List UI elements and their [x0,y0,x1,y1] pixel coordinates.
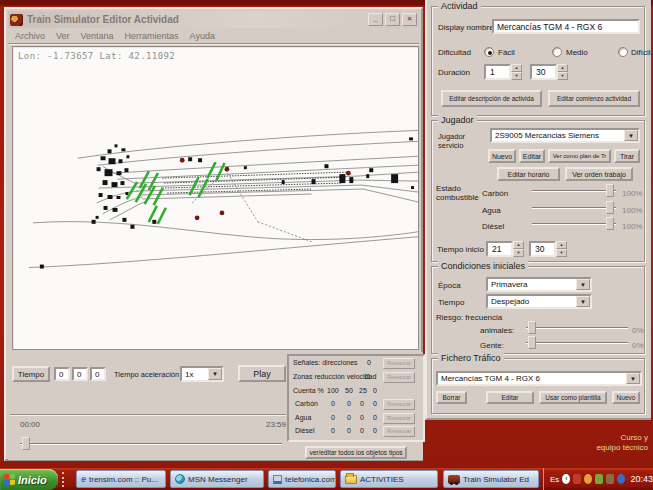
maximize-icon[interactable]: □ [385,13,400,26]
home-network-icon[interactable] [606,474,614,484]
start-hour-spinner[interactable]: 21 ▲▼ [486,241,524,257]
time-seconds-field[interactable]: 0 [90,367,106,381]
people-slider-thumb[interactable] [528,336,536,349]
duration-hours-spinner[interactable]: 1 ▲▼ [484,64,522,80]
coal-slider[interactable] [532,184,616,198]
traffic-new-button[interactable]: Nuevo [612,391,640,404]
diesel-v3: 0 [360,427,364,434]
menu-ventana[interactable]: Ventana [81,31,114,41]
timeline-track[interactable] [20,443,282,445]
antivirus-tray-icon[interactable] [573,474,581,484]
diesel-v1: 0 [331,427,335,434]
edit-description-button[interactable]: Editar descripción de activida [441,90,542,107]
timeline-slider[interactable] [20,437,282,451]
close-icon[interactable]: × [402,13,417,26]
service-view-plan-button[interactable]: Ver como plan de Tr [548,149,611,163]
time-minutes-field[interactable]: 0 [72,367,88,381]
diesel-slider[interactable] [532,217,616,231]
chevron-down-icon[interactable]: ▼ [208,368,222,380]
service-edit-button[interactable]: Editar [519,149,545,163]
route-map-canvas[interactable] [13,47,418,349]
weather-dropdown[interactable]: Despejado ▼ [486,294,592,309]
coal-slider-thumb[interactable] [606,184,614,197]
duration-label: Duración [438,68,470,77]
restore-diesel-button[interactable]: Restaurar [383,426,415,437]
activity-group-title: Actividad [438,1,481,11]
network-tray-icon[interactable] [617,474,625,484]
traffic-template-button[interactable]: Usar como plantilla [539,391,607,404]
restore-speedzones-button[interactable]: Restaurar [383,372,415,383]
taskbar: Inicio e trensim.com :: Pu... MSN Messen… [0,468,653,490]
spin-down-icon[interactable]: ▼ [556,249,567,257]
view-workorder-button[interactable]: Ver orden trabajo [565,167,633,181]
traffic-delete-button[interactable]: Borrar [436,391,467,404]
spin-up-icon[interactable]: ▲ [513,241,524,249]
diesel-slider-thumb[interactable] [606,217,614,230]
window-titlebar[interactable]: Train Simulator Editor Actividad _ □ × [8,11,419,28]
season-dropdown[interactable]: Primavera ▼ [486,277,592,292]
route-map-view[interactable]: Lon: -1.73657 Lat: 42.11092 [12,46,419,350]
display-name-field[interactable]: Mercancías TGM 4 - RGX 6 [492,19,640,34]
water-slider-thumb[interactable] [606,201,614,214]
start-minute-spinner[interactable]: 30 ▲▼ [529,241,567,257]
restore-coal-button[interactable]: Restaurar [383,399,415,410]
menu-herramientas[interactable]: Herramientas [125,31,179,41]
play-button[interactable]: Play [238,365,286,382]
minimize-icon[interactable]: _ [368,13,383,26]
task-activities-folder[interactable]: ACTIVITIES [340,470,438,488]
task-msn-messenger[interactable]: MSN Messenger [170,470,264,488]
menu-ver[interactable]: Ver [56,31,70,41]
radio-facil[interactable] [484,47,494,57]
messenger-status-icon[interactable] [584,474,592,484]
chevron-down-icon[interactable]: ▼ [576,279,590,290]
service-remove-button[interactable]: Tirar [614,149,640,163]
start-button[interactable]: Inicio [0,469,58,490]
diesel-percent: 100% [622,222,642,231]
restore-water-button[interactable]: Restaurar [383,413,415,424]
spin-up-icon[interactable]: ▲ [557,64,568,72]
task-train-simulator[interactable]: Train Simulator Ed [443,470,539,488]
tiempo-button[interactable]: Tiempo [12,366,50,382]
spin-up-icon[interactable]: ▲ [511,64,522,72]
animals-slider[interactable] [526,321,628,335]
timeline-thumb[interactable] [22,437,30,450]
credit-line-1: Curso y [586,433,648,443]
user-status-icon[interactable] [595,474,603,484]
collapse-chevron-icon[interactable]: ‹ [562,474,570,484]
task-telefonica[interactable]: telefonica.com [268,470,336,488]
view-edit-objects-button[interactable]: ver/editar todos los objetos tipos [305,446,407,459]
spin-down-icon[interactable]: ▼ [513,249,524,257]
restore-signals-button[interactable]: Restaurar [383,358,415,369]
radio-medio[interactable] [552,47,562,57]
service-new-button[interactable]: Nuevo [488,149,516,163]
traffic-file-dropdown[interactable]: Mercancías TGM 4 - RGX 6 ▼ [436,371,642,386]
accel-dropdown[interactable]: 1x ▼ [180,366,224,382]
chevron-down-icon[interactable]: ▼ [626,373,640,384]
traffic-edit-button[interactable]: Editar [486,391,534,404]
water-slider[interactable] [532,201,616,215]
spin-down-icon[interactable]: ▼ [511,72,522,80]
diesel-v2: 0 [347,427,351,434]
menu-ayuda[interactable]: Ayuda [190,31,215,41]
language-indicator[interactable]: Es [550,475,559,484]
radio-dificil[interactable] [618,47,628,57]
quick-launch-grip[interactable] [62,472,66,487]
water-row-label: Agua [295,414,311,421]
hazard-frequency-label: Riesgo: frecuencia [436,313,502,322]
signals-label: Señales: direcciones [293,359,358,366]
spin-down-icon[interactable]: ▼ [557,72,568,80]
coal-row-label: Carbón [295,400,318,407]
chevron-down-icon[interactable]: ▼ [624,130,638,141]
duration-minutes-spinner[interactable]: 30 ▲▼ [530,64,568,80]
edit-timetable-button[interactable]: Editar horario [497,167,560,181]
timeline-end-label: 23:59 [266,420,286,429]
time-hours-field[interactable]: 0 [54,367,70,381]
edit-activity-start-button[interactable]: Editar comienzo actividad [548,90,640,107]
people-slider[interactable] [526,336,628,350]
player-service-dropdown[interactable]: 2S9005 Mercancias Siemens ▼ [490,128,640,143]
animals-slider-thumb[interactable] [528,321,536,334]
menu-archivo[interactable]: Archivo [15,31,45,41]
spin-up-icon[interactable]: ▲ [556,241,567,249]
task-trensim[interactable]: e trensim.com :: Pu... [76,470,166,488]
chevron-down-icon[interactable]: ▼ [576,296,590,307]
